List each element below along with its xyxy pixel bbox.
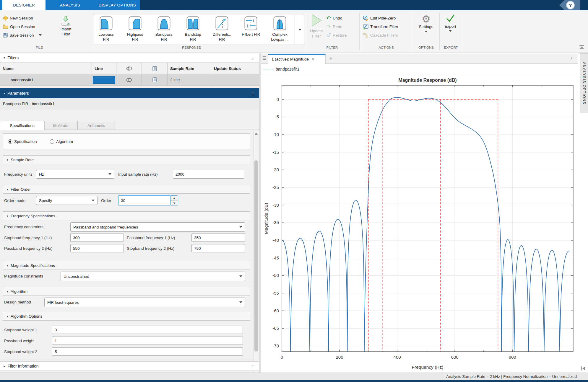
expand-filter-information-icon[interactable]: ▸: [4, 364, 5, 368]
response-highpass-fir[interactable]: HighpassFIR: [121, 16, 149, 42]
analysis-menu-button[interactable]: ⋮: [570, 57, 573, 59]
response-complex-lowpass[interactable]: ComplexLowpas ...: [266, 16, 294, 42]
order-stepper[interactable]: [170, 195, 178, 205]
plot-legend[interactable]: bandpassfir1: [264, 65, 299, 74]
passband-weight-field[interactable]: 1: [52, 337, 243, 345]
col-sample-rate[interactable]: Sample Rate: [168, 63, 211, 74]
radio-specification-icon[interactable]: [8, 139, 12, 144]
order-mode-dropdown[interactable]: Specify: [36, 196, 98, 205]
dropdown-caret: [239, 301, 242, 303]
magnitude-constraints-dropdown[interactable]: Unconstrained: [61, 272, 245, 281]
response-bandpass-fir[interactable]: BandpassFIR: [150, 16, 178, 42]
col-visible[interactable]: [116, 63, 142, 74]
save-session-caret[interactable]: [39, 34, 42, 36]
tab-analysis[interactable]: ANALYSIS: [46, 0, 95, 10]
col-name[interactable]: Name: [0, 63, 92, 74]
frequency-constraints-dropdown[interactable]: Passband and stopband frequencies: [70, 222, 245, 232]
col-update-status[interactable]: Update Status: [211, 63, 259, 74]
response-curve[interactable]: [282, 97, 570, 359]
section-frequency-specifications[interactable]: ▾ Frequency Specifications: [3, 211, 250, 220]
section-algorithm[interactable]: ▾ Algorithm: [3, 287, 250, 296]
section-filter-order[interactable]: ▾ Filter Order: [3, 185, 250, 194]
response-hilbert-fir[interactable]: j-j Hilbert FIR: [237, 16, 265, 37]
collapse-icon: ▾: [7, 264, 8, 267]
stepper-up-button[interactable]: [170, 196, 178, 201]
parameters-panel-header[interactable]: ▾ Parameters ⋮: [0, 88, 259, 98]
radio-specification[interactable]: Specification: [8, 134, 37, 149]
import-filter-button[interactable]: ImportFilter: [59, 16, 73, 37]
passband1-field[interactable]: 350: [191, 234, 245, 242]
response-lowpass-fir[interactable]: LowpassFIR: [92, 16, 120, 42]
panel-grip-icon[interactable]: [263, 56, 266, 60]
passband2-field[interactable]: 550: [70, 244, 124, 252]
design-method-dropdown[interactable]: FIR least-squares: [44, 298, 245, 307]
response-bandstop-fir[interactable]: BandstopFIR: [179, 16, 207, 42]
collapse-ribbon-button[interactable]: [579, 45, 585, 49]
parameters-scrollbar[interactable]: [253, 131, 259, 382]
frequency-units-dropdown[interactable]: Hz: [36, 170, 114, 179]
add-view-button[interactable]: +: [329, 55, 333, 62]
cascade-filters-button[interactable]: Cascade Filters: [363, 32, 398, 38]
filters-panel-header[interactable]: ▾ Filters ⋮: [0, 53, 259, 62]
open-session-button[interactable]: Open Session: [3, 24, 35, 30]
col-info[interactable]: [142, 63, 168, 74]
info-cell[interactable]: [142, 74, 168, 85]
section-magnitude-specifications[interactable]: ▾ Magnitude Specifications: [3, 261, 250, 270]
tab-designer[interactable]: DESIGNER: [2, 0, 46, 10]
collapse-left-icon[interactable]: [580, 366, 586, 371]
col-line[interactable]: Line: [92, 63, 116, 74]
undo-button[interactable]: ↶ Undo: [326, 15, 342, 21]
analysis-options-tab[interactable]: ANALYSIS OPTIONS: [580, 53, 588, 113]
export-button[interactable]: Export: [441, 13, 460, 32]
redo-button[interactable]: ↷ Redo: [326, 24, 342, 30]
filter-row-bandpassfir1[interactable]: bandpassfir1 2 kHz: [0, 74, 259, 86]
collapse-parameters-icon[interactable]: ▾: [4, 92, 5, 95]
differentiator-fir-icon: [215, 16, 228, 30]
tab-arithmetic[interactable]: Arithmetic: [77, 121, 115, 130]
response-differentiator-fir[interactable]: Differenti...FIR: [208, 16, 236, 42]
divider: [413, 13, 413, 50]
tab-multirate[interactable]: Multirate: [44, 121, 77, 130]
stopband-weight1-field[interactable]: 3: [52, 326, 243, 334]
new-session-button[interactable]: New Session: [3, 15, 33, 21]
scroll-up-icon[interactable]: [255, 133, 258, 135]
edit-pole-zero-button[interactable]: Edit Pole-Zero: [363, 15, 396, 21]
section-algorithm-options[interactable]: ▾ Algorithm Options: [3, 312, 250, 321]
section-label-response: RESPONSE: [182, 46, 201, 49]
svg-text:-30: -30: [272, 203, 279, 208]
filter-information-menu[interactable]: ⋮: [251, 365, 254, 367]
ribbon: New Session Open Session Save Session Im…: [0, 10, 588, 53]
magnitude-response-chart[interactable]: 02004006008000-5-10-15-20-25-30-35-40-45…: [261, 74, 578, 373]
svg-text:-40: -40: [272, 238, 279, 243]
stopband-weight2-field[interactable]: 5: [52, 347, 243, 356]
update-filter-button[interactable]: UpdateFilter: [308, 13, 324, 39]
transform-filter-button[interactable]: Transform Filter: [363, 24, 398, 30]
panel-splitter[interactable]: [259, 53, 261, 373]
radio-algorithm-icon[interactable]: [50, 139, 54, 144]
line-color-cell[interactable]: [92, 74, 116, 85]
section-sample-rate[interactable]: ▾ Sample Rate: [3, 155, 250, 164]
close-tab-icon[interactable]: ×: [312, 57, 314, 62]
settings-button[interactable]: ⚙ Settings: [415, 13, 437, 32]
visibility-cell[interactable]: [116, 74, 142, 85]
stepper-down-button[interactable]: [170, 201, 178, 205]
response-gallery-expand[interactable]: [295, 15, 305, 45]
save-session-button[interactable]: Save Session: [3, 32, 42, 38]
settings-gear-icon: ⚙: [422, 13, 431, 25]
magnitude-tab[interactable]: 1 (active): Magnitude ×: [268, 54, 326, 64]
line-color-swatch[interactable]: [93, 76, 115, 84]
stopband2-field[interactable]: 750: [191, 244, 245, 252]
stopband1-field[interactable]: 300: [70, 234, 124, 242]
collapse-filters-icon[interactable]: ▾: [4, 56, 5, 59]
parameters-menu-button[interactable]: ⋮: [251, 92, 254, 94]
tab-display-options[interactable]: DISPLAY OPTIONS: [95, 0, 140, 10]
filter-information-bar[interactable]: ▸ Filter Information ⋮: [0, 361, 259, 371]
filters-menu-button[interactable]: ⋮: [251, 57, 254, 58]
order-field[interactable]: 30: [118, 195, 170, 205]
input-sample-rate-field[interactable]: 2000: [173, 170, 244, 179]
scrollbar-thumb[interactable]: [254, 160, 258, 352]
restore-button[interactable]: ↺ Restore: [326, 32, 347, 38]
help-button[interactable]: ?: [566, 1, 575, 9]
tab-specifications[interactable]: Specifications: [0, 121, 44, 130]
radio-algorithm[interactable]: Algorithm: [50, 134, 73, 149]
